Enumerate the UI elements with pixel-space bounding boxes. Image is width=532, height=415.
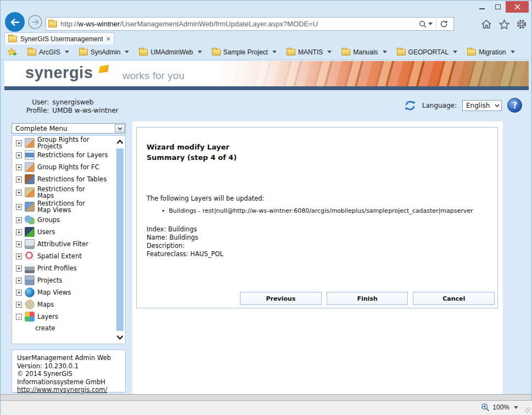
favorites-item-label: UMAdminWeb bbox=[150, 48, 193, 56]
expand-icon[interactable]: + bbox=[16, 152, 22, 158]
expand-icon[interactable]: + bbox=[16, 302, 22, 308]
layers-icon bbox=[25, 312, 35, 322]
tree-item-label: Print Profiles bbox=[37, 265, 77, 272]
expand-icon[interactable]: + bbox=[16, 290, 22, 296]
maximize-button[interactable] bbox=[490, 1, 506, 13]
gear-icon bbox=[516, 19, 527, 30]
tree-item-restrictions-for-tables[interactable]: +Restrictions for Tables bbox=[12, 173, 115, 185]
tree-item-restrictions-for-layers[interactable]: +Restrictions for Layers bbox=[12, 149, 115, 161]
tree-item-spatial-extent[interactable]: +Spatial Extent bbox=[12, 250, 115, 262]
tree-item-create[interactable]: create bbox=[12, 323, 115, 334]
tab-synergis-usermanagement[interactable]: SynerGIS Usermanagement ... × bbox=[4, 32, 114, 45]
map-icon bbox=[25, 300, 35, 309]
add-favorite-icon[interactable] bbox=[7, 47, 18, 57]
expand-icon[interactable]: + bbox=[16, 190, 22, 196]
chevron-down-icon bbox=[116, 335, 124, 340]
favorites-item-umadminweb[interactable]: UMAdminWeb bbox=[139, 48, 201, 56]
chevron-down-icon bbox=[383, 51, 387, 53]
tree-item-label: Projects bbox=[37, 277, 62, 284]
expand-icon[interactable]: + bbox=[16, 176, 22, 182]
expand-icon[interactable]: + bbox=[16, 229, 22, 235]
finish-button[interactable]: Finish bbox=[327, 292, 408, 305]
expand-icon[interactable]: + bbox=[16, 278, 22, 284]
close-button[interactable] bbox=[506, 1, 529, 13]
favorites-item-label: MANTIS bbox=[298, 48, 323, 56]
tree-item-map-views[interactable]: +Map Views bbox=[12, 286, 115, 298]
folder-icon bbox=[287, 49, 295, 56]
tree-item-layers[interactable]: -Layers bbox=[12, 311, 115, 323]
tree-item-label: Group Rights for FC bbox=[37, 164, 99, 170]
tree-item-attributive-filter[interactable]: +Attributive Filter bbox=[12, 238, 115, 250]
tree-item-restrictions-for-maps[interactable]: +Restrictions for Maps bbox=[12, 185, 115, 200]
settings-button[interactable] bbox=[515, 18, 528, 31]
tree-item-groups[interactable]: +Groups bbox=[12, 214, 115, 226]
tree-item-users[interactable]: +Users bbox=[12, 226, 115, 238]
favorites-item-label: Sample Project bbox=[223, 48, 268, 56]
navigation-bar: http://w-ws-wintner/UserManagementAdminW… bbox=[1, 16, 531, 32]
expand-icon[interactable]: + bbox=[16, 204, 22, 210]
profile-value: UMDB w-ws-wintner bbox=[52, 107, 118, 115]
tree-item-print-profiles[interactable]: +Print Profiles bbox=[12, 262, 115, 274]
printer-icon bbox=[25, 263, 35, 273]
home-button[interactable] bbox=[480, 18, 493, 31]
search-caret-icon bbox=[428, 23, 433, 25]
favorites-button[interactable] bbox=[497, 18, 511, 31]
reload-language-icon[interactable] bbox=[404, 99, 417, 112]
zoom-control[interactable]: 100% bbox=[481, 403, 518, 412]
banner-divider bbox=[4, 86, 529, 90]
collapse-icon[interactable]: - bbox=[16, 314, 22, 320]
zoom-magnifier-icon bbox=[481, 403, 490, 412]
address-bar[interactable]: http://w-ws-wintner/UserManagementAdminW… bbox=[46, 17, 454, 31]
menu-filter-select[interactable]: Complete Menu bbox=[12, 123, 126, 134]
tree-scrollbar[interactable] bbox=[115, 136, 125, 343]
tree-item-label: Restrictions for Tables bbox=[37, 176, 107, 182]
expand-icon[interactable]: + bbox=[16, 140, 22, 146]
resize-grip[interactable] bbox=[525, 407, 531, 413]
synergis-banner: synergis works for you bbox=[4, 61, 529, 86]
expand-icon[interactable]: + bbox=[16, 265, 22, 272]
favorites-item-arcgis[interactable]: ArcGIS bbox=[27, 48, 69, 56]
scroll-down-button[interactable] bbox=[115, 332, 125, 343]
expand-icon[interactable]: + bbox=[16, 217, 22, 223]
about-company: Informationssysteme GmbH bbox=[17, 378, 120, 386]
language-select[interactable]: English bbox=[462, 100, 502, 111]
language-label: Language: bbox=[422, 102, 457, 109]
favorites-item-synadmin[interactable]: SynAdmin bbox=[79, 48, 130, 56]
wizard-intro: The following Layers will be updated: bbox=[147, 195, 497, 202]
folder-icon bbox=[212, 49, 221, 56]
tree-item-restrictions-for-map-views[interactable]: +Restrictions for Map Views bbox=[12, 200, 115, 214]
tree-item-group-rights-for-projects[interactable]: +Group Rights for Projects bbox=[12, 137, 115, 149]
folder-icon bbox=[139, 49, 148, 56]
expand-icon[interactable]: + bbox=[16, 253, 22, 259]
language-value: English bbox=[463, 102, 493, 109]
forward-button[interactable] bbox=[28, 15, 42, 29]
tab-close-icon[interactable]: × bbox=[106, 36, 110, 42]
favorites-item-migration[interactable]: Migration bbox=[467, 48, 514, 56]
previous-button[interactable]: Previous bbox=[240, 292, 322, 305]
tree-item-group-rights-for-fc[interactable]: +Group Rights for FC bbox=[12, 161, 115, 173]
lock-user-icon bbox=[25, 138, 35, 148]
wizard-title: Wizard modify Layer bbox=[147, 142, 497, 152]
tree-item-maps[interactable]: +Maps bbox=[12, 298, 115, 311]
address-bar-tools bbox=[416, 18, 451, 30]
tree-item-projects[interactable]: +Projects bbox=[12, 274, 115, 286]
help-button[interactable]: ? bbox=[507, 98, 522, 113]
refresh-button[interactable] bbox=[436, 18, 451, 30]
expand-icon[interactable]: + bbox=[16, 164, 22, 170]
favorites-item-manuals[interactable]: Manuals bbox=[341, 48, 387, 56]
favorites-item-geoportal[interactable]: GEOPORTAL bbox=[397, 48, 458, 56]
expand-icon[interactable]: + bbox=[16, 241, 22, 247]
back-button[interactable] bbox=[5, 12, 25, 32]
chevron-down-icon bbox=[125, 51, 129, 53]
about-link[interactable]: http://www.mysynergis.com/ bbox=[17, 386, 107, 394]
scrollbar-thumb[interactable] bbox=[116, 148, 124, 331]
zoom-caret-icon bbox=[514, 406, 518, 409]
favorites-item-label: ArcGIS bbox=[39, 48, 60, 56]
horizontal-scrollbar[interactable] bbox=[1, 394, 531, 401]
favorites-item-mantis[interactable]: MANTIS bbox=[287, 48, 332, 56]
favorites-item-sample-project[interactable]: Sample Project bbox=[212, 48, 277, 56]
search-button[interactable] bbox=[416, 18, 436, 30]
minimize-button[interactable] bbox=[474, 1, 490, 13]
cancel-button[interactable]: Cancel bbox=[413, 292, 495, 305]
scroll-up-button[interactable] bbox=[115, 136, 125, 147]
